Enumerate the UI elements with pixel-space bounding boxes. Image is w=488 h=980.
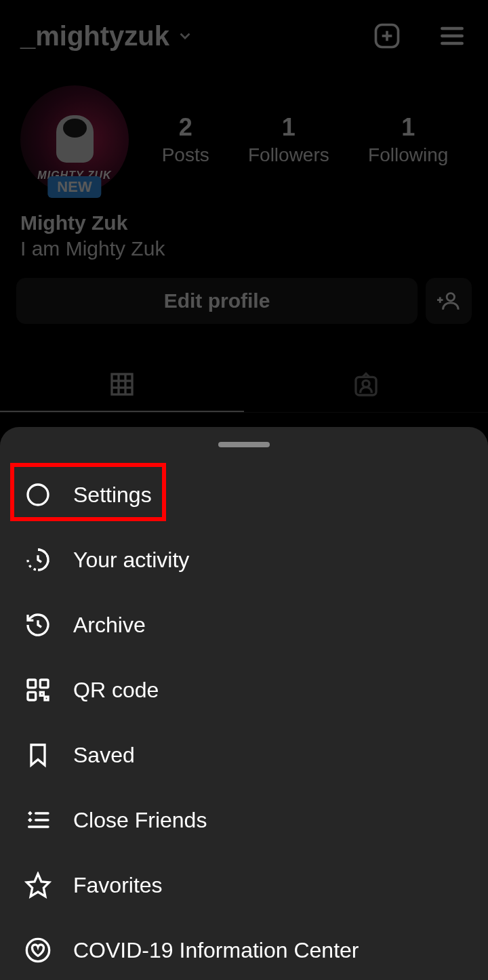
tagged-icon (352, 371, 380, 399)
menu-item-label: COVID-19 Information Center (73, 938, 359, 963)
hamburger-menu-icon[interactable] (436, 20, 468, 52)
tab-tagged[interactable] (244, 358, 488, 412)
svg-marker-25 (28, 818, 33, 823)
display-name: Mighty Zuk (20, 211, 468, 234)
options-bottom-sheet: Settings Your activity Archive QR code S… (0, 427, 488, 980)
menu-item-covid-info[interactable]: COVID-19 Information Center (0, 918, 488, 980)
activity-icon (23, 545, 53, 575)
svg-rect-19 (40, 680, 48, 688)
heart-circle-icon (23, 935, 53, 965)
menu-item-label: QR code (73, 678, 159, 703)
stat-followers-label: Followers (248, 144, 329, 166)
close-friends-icon (23, 805, 53, 835)
svg-point-17 (33, 489, 44, 501)
add-person-icon (437, 289, 460, 312)
stat-following[interactable]: 1 Following (368, 113, 448, 166)
profile-header: _mightyzuk (0, 0, 488, 58)
tab-grid[interactable] (0, 358, 244, 412)
bio: I am Mighty Zuk (20, 237, 468, 260)
svg-rect-20 (28, 692, 36, 700)
svg-point-6 (447, 293, 454, 301)
qr-code-icon (23, 675, 53, 705)
svg-rect-21 (40, 692, 43, 695)
svg-rect-9 (112, 374, 132, 394)
menu-item-label: Your activity (73, 548, 189, 573)
stat-followers-count: 1 (248, 113, 329, 142)
menu-item-label: Close Friends (73, 808, 207, 833)
create-icon[interactable] (371, 20, 403, 52)
stat-posts-label: Posts (162, 144, 209, 166)
archive-icon (23, 610, 53, 640)
stat-following-count: 1 (368, 113, 448, 142)
stat-posts-count: 2 (162, 113, 209, 142)
sheet-drag-handle[interactable] (218, 442, 270, 447)
menu-item-archive[interactable]: Archive (0, 592, 488, 657)
menu-item-saved[interactable]: Saved (0, 722, 488, 788)
menu-item-label: Favorites (73, 873, 163, 898)
svg-marker-23 (28, 811, 33, 816)
stat-posts[interactable]: 2 Posts (162, 113, 209, 166)
avatar-graphic (56, 115, 94, 163)
menu-item-close-friends[interactable]: Close Friends (0, 788, 488, 853)
username-switcher[interactable]: _mightyzuk (20, 21, 169, 52)
menu-item-qr-code[interactable]: QR code (0, 657, 488, 722)
menu-item-your-activity[interactable]: Your activity (0, 527, 488, 592)
stat-followers[interactable]: 1 Followers (248, 113, 329, 166)
new-badge: NEW (47, 176, 101, 198)
edit-profile-button[interactable]: Edit profile (16, 278, 418, 324)
svg-rect-22 (45, 697, 48, 700)
stat-following-label: Following (368, 144, 448, 166)
menu-item-favorites[interactable]: Favorites (0, 853, 488, 918)
bookmark-icon (23, 740, 53, 770)
star-icon (23, 870, 53, 900)
svg-rect-18 (28, 680, 36, 688)
profile-stats-row: MIGHTY ZUK NEW 2 Posts 1 Followers 1 Fol… (0, 58, 488, 201)
menu-item-label: Settings (73, 483, 152, 508)
menu-item-label: Archive (73, 613, 146, 638)
settings-icon (23, 480, 53, 510)
menu-item-label: Saved (73, 743, 135, 768)
grid-icon (108, 371, 136, 398)
menu-item-settings[interactable]: Settings (0, 462, 488, 527)
chevron-down-icon[interactable] (176, 27, 194, 45)
avatar[interactable]: MIGHTY ZUK NEW (20, 85, 129, 194)
discover-people-button[interactable] (426, 278, 472, 324)
svg-marker-28 (26, 874, 49, 896)
